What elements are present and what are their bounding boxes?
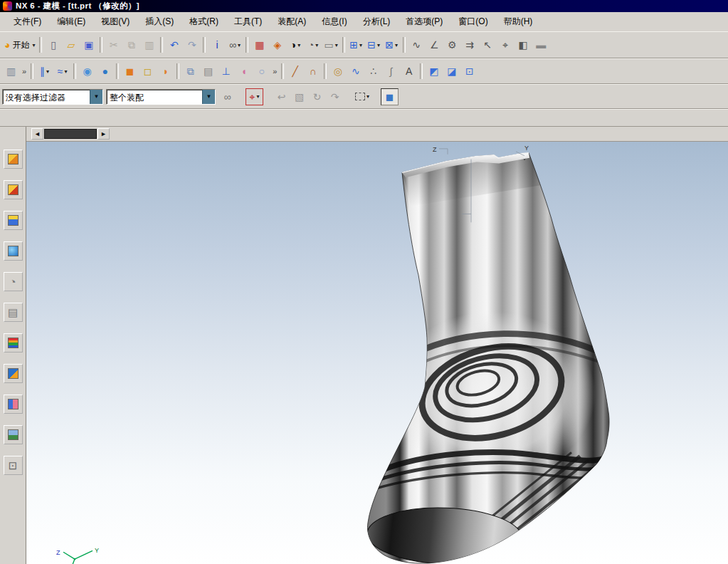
hd3d-tools-tab[interactable]: ◔ [4,272,23,291]
rotate-view-button[interactable]: ↻ [308,88,326,105]
deviation-gauge-button[interactable]: ∿ [408,36,426,53]
shaded-display-button[interactable]: ◼ [381,88,399,105]
basic-curves-button[interactable]: ◎ [329,63,347,80]
history-tab[interactable]: ▤ [4,303,23,322]
background-button[interactable]: ▭▾ [322,36,339,53]
menu-edit[interactable]: 编辑(E) [49,13,93,31]
zoom-button[interactable]: ⊟▾ [365,36,383,53]
shaded-button[interactable]: ◑▾ [286,36,304,53]
menu-window[interactable]: 窗口(O) [450,13,495,31]
rendering-style-button[interactable]: ◈ [268,36,286,53]
find-button[interactable]: ∞▾ [226,36,243,53]
point-button[interactable]: ∴ [364,63,382,80]
scroll-left-button[interactable]: ◄ [31,128,43,140]
select-cursor-button[interactable]: ↖ [479,36,497,53]
selection-scope-combo[interactable]: 整个装配 ▼ [106,89,216,105]
paste-button[interactable]: ▥ [140,36,158,53]
dropdown-arrow-icon[interactable]: ▾ [359,42,362,48]
dropdown-arrow-icon[interactable]: ▾ [64,68,67,75]
menu-view[interactable]: 视图(V) [93,13,137,31]
menu-preferences[interactable]: 首选项(P) [398,13,450,31]
dropdown-arrow-icon[interactable]: ▾ [395,42,398,48]
dropdown-arrow-icon[interactable]: ▾ [238,42,241,48]
show-hide-button[interactable]: ▧ [290,88,308,105]
wcs-triad[interactable]: Y Z [56,547,99,564]
menu-format[interactable]: 格式(R) [181,13,226,31]
menu-file[interactable]: 文件(F) [6,13,49,31]
datum-csys-button[interactable]: ⊥ [217,63,235,80]
dropdown-arrow-icon[interactable]: ▾ [297,42,300,48]
dropdown-arrow-icon[interactable]: ▾ [256,93,259,100]
process-studio-tab[interactable] [4,364,23,383]
toolbar-overflow-1[interactable]: » [22,67,26,75]
menu-insert[interactable]: 插入(S) [137,13,181,31]
title-bar[interactable]: NX 6 - 建模 - [tt.prt （修改的）] [0,0,728,12]
sphere-wireframe-button[interactable]: ◉ [78,63,96,80]
toolbar-overflow-2[interactable]: » [273,67,277,75]
windows-tab[interactable]: ⊡ [4,456,23,475]
scroll-right-button[interactable]: ► [97,128,110,140]
display-part-button[interactable]: ▦ [250,36,268,53]
selection-filter-dropdown-button[interactable]: ▼ [90,90,102,104]
system-materials-tab[interactable] [4,333,23,352]
snap-point-toggle[interactable]: ⌖▾ [246,88,263,105]
information-window-button[interactable]: i [208,36,226,53]
start-button[interactable]: ◕开始▾ [2,36,37,53]
shaded-solid-button[interactable]: ◼ [121,63,139,80]
menu-help[interactable]: 帮助(H) [496,13,541,31]
new-button[interactable]: ▯ [44,36,62,53]
line-button[interactable]: ╱ [286,63,304,80]
section-view-button[interactable]: ∥▾ [36,63,53,80]
cylinder-button[interactable]: ○ [253,63,270,80]
rectangle-select-button[interactable]: ▾ [353,88,371,105]
refresh-button[interactable]: ⇉ [461,36,479,53]
copy-button[interactable]: ⧉ [122,36,140,53]
system-scenes-tab[interactable] [4,425,23,444]
preferences-button[interactable]: ⚙ [443,36,461,53]
face-shape-button[interactable]: ◗ [157,63,174,80]
part-navigator-tab[interactable] [4,211,23,230]
fit-view-button[interactable]: ⊞▾ [347,36,365,53]
save-button[interactable]: ▣ [80,36,97,53]
dropdown-arrow-icon[interactable]: ▾ [46,68,49,75]
swept-surface-button[interactable]: ⊡ [460,63,478,80]
cut-button[interactable]: ✂ [105,36,122,53]
curve-connect-button[interactable]: ≈▾ [53,63,71,80]
simple-angle-button[interactable]: ∠ [426,36,443,53]
sheet-operation-button[interactable]: ▥ [2,63,20,80]
wireframe-solid-button[interactable]: ◻ [139,63,157,80]
model-canvas[interactable]: Z Y Y Z [26,142,728,564]
sphere-shaded-button[interactable]: ● [96,63,114,80]
dropdown-arrow-icon[interactable]: ▾ [32,42,35,48]
open-button[interactable]: ▱ [62,36,80,53]
menu-tools[interactable]: 工具(T) [226,13,270,31]
dropdown-arrow-icon[interactable]: ▾ [335,42,338,48]
notebook-button[interactable]: ▤ [199,63,217,80]
graphics-viewport[interactable]: Z Y Y Z [26,142,728,564]
ruled-surface-button[interactable]: ◩ [425,63,443,80]
orient-wcs-button[interactable]: ↷ [326,88,344,105]
redo-button[interactable]: ↷ [183,36,201,53]
orient-view-button[interactable]: ◔▾ [304,36,322,53]
selection-scope-dropdown-button[interactable]: ▼ [202,90,215,104]
scroll-thumb[interactable] [44,129,97,139]
dropdown-arrow-icon[interactable]: ▾ [315,42,318,48]
arc-button[interactable]: ∩ [304,63,322,80]
undo-selection-button[interactable]: ↩ [273,88,290,105]
menu-assemblies[interactable]: 装配(A) [270,13,314,31]
freeform-surface-button[interactable]: ◖ [235,63,253,80]
ruler-button[interactable]: ▬ [532,36,550,53]
layer-settings-button[interactable]: ⧉ [181,63,199,80]
selection-filter-combo[interactable]: 没有选择过滤器 ▼ [2,89,103,105]
through-curves-button[interactable]: ◪ [443,63,460,80]
measure-distance-button[interactable]: ◧ [515,36,532,53]
reuse-library-tab[interactable] [4,241,23,261]
constraint-navigator-tab[interactable] [4,180,23,199]
menu-analysis[interactable]: 分析(L) [355,13,399,31]
pan-button[interactable]: ⊠▾ [383,36,401,53]
dropdown-arrow-icon[interactable]: ▾ [366,93,369,100]
menu-information[interactable]: 信息(I) [314,13,354,31]
dropdown-arrow-icon[interactable]: ▾ [377,42,380,48]
studio-spline-button[interactable]: ∿ [347,63,364,80]
snap-point-button[interactable]: ⌖ [497,36,515,53]
